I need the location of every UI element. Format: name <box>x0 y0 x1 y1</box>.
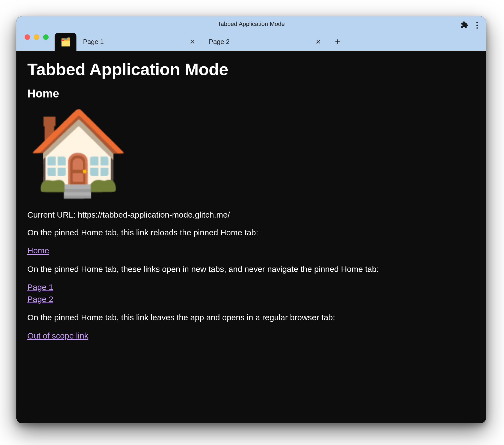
current-url-label: Current URL: <box>27 210 78 219</box>
tab-page-2[interactable]: Page 2 <box>202 33 328 51</box>
link-out-of-scope[interactable]: Out of scope link <box>27 330 475 342</box>
tabs-icon: 🗂️ <box>61 37 71 47</box>
current-url-line: Current URL: https://tabbed-application-… <box>27 209 475 221</box>
tab-divider <box>328 37 328 47</box>
tab-label: Page 1 <box>83 38 188 46</box>
close-tab-button[interactable] <box>188 37 197 46</box>
page-title: Tabbed Application Mode <box>27 60 475 79</box>
tab-strip: 🗂️ Page 1 Page 2 <box>16 32 486 51</box>
app-window: Tabbed Application Mode 🗂️ <box>16 16 486 423</box>
close-tab-button[interactable] <box>314 37 323 46</box>
pinned-home-tab[interactable]: 🗂️ <box>55 33 76 51</box>
paragraph-3: On the pinned Home tab, this link leaves… <box>27 312 475 323</box>
paragraph-2: On the pinned Home tab, these links open… <box>27 264 475 275</box>
section-title: Home <box>27 87 475 100</box>
link-home[interactable]: Home <box>27 245 475 257</box>
paragraph-1: On the pinned Home tab, this link reload… <box>27 227 475 238</box>
tab-label: Page 2 <box>209 38 314 46</box>
title-bar: Tabbed Application Mode 🗂️ <box>16 16 486 51</box>
window-title: Tabbed Application Mode <box>16 20 486 28</box>
current-url-value: https://tabbed-application-mode.glitch.m… <box>78 210 230 219</box>
new-tab-button[interactable] <box>331 33 345 51</box>
link-page-1[interactable]: Page 1 <box>27 281 475 293</box>
house-icon: 🏠 <box>27 111 475 193</box>
extensions-icon[interactable] <box>461 21 468 30</box>
more-menu-icon[interactable] <box>475 20 479 30</box>
page-content: Tabbed Application Mode Home 🏠 Current U… <box>16 51 486 423</box>
link-page-2[interactable]: Page 2 <box>27 293 475 305</box>
tab-page-1[interactable]: Page 1 <box>76 33 202 51</box>
